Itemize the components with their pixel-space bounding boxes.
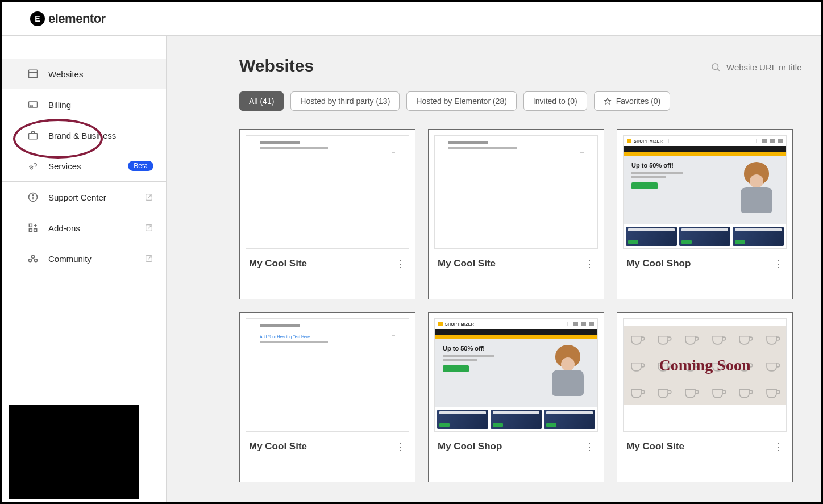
add-ons-icon [27, 222, 39, 234]
filter-chips: All (41) Hosted by third party (13) Host… [239, 91, 821, 111]
more-options-icon[interactable]: ⋮ [396, 259, 406, 269]
sidebar-item-label: Services [48, 161, 81, 171]
svg-rect-11 [29, 224, 32, 227]
sidebar-item-label: Community [48, 254, 92, 264]
website-cards-grid: — My Cool Site ⋮ — [239, 129, 821, 482]
external-link-icon [144, 193, 153, 202]
logo[interactable]: E elementor [30, 11, 106, 26]
logo-word: elementor [48, 11, 106, 26]
website-card[interactable]: Coming Soon My Cool Site ⋮ [617, 312, 793, 482]
coming-soon-text: Coming Soon [659, 357, 750, 374]
filter-invited-to[interactable]: Invited to (0) [523, 91, 587, 111]
svg-point-19 [35, 259, 38, 262]
svg-point-21 [712, 64, 718, 70]
window-icon [27, 68, 39, 80]
external-link-icon [144, 254, 153, 263]
website-thumbnail: Coming Soon [623, 318, 787, 432]
billing-icon [27, 98, 39, 111]
topbar: E elementor [2, 2, 821, 36]
search-input[interactable] [726, 63, 818, 72]
svg-marker-23 [604, 98, 610, 104]
more-options-icon[interactable]: ⋮ [584, 259, 595, 269]
svg-point-17 [32, 255, 35, 258]
website-card[interactable]: SHOPTIMIZER Up to 50% off! [617, 129, 793, 299]
sidebar-item-services[interactable]: Services Beta [2, 151, 166, 181]
sidebar-item-websites[interactable]: Websites [2, 59, 166, 89]
star-icon [604, 97, 612, 105]
sidebar-bottom-banner [9, 405, 139, 499]
svg-line-22 [717, 69, 719, 70]
sidebar-item-label: Websites [48, 69, 83, 79]
svg-point-9 [32, 195, 34, 196]
svg-point-3 [30, 106, 31, 107]
website-card[interactable]: — Add Your Heading Text Here My Cool Sit… [239, 312, 415, 482]
website-thumbnail: SHOPTIMIZER Up to 50% off! [434, 318, 598, 432]
sidebar-item-label: Brand & Business [48, 131, 116, 140]
filter-hosted-elementor[interactable]: Hosted by Elementor (28) [406, 91, 517, 111]
external-link-icon [144, 223, 153, 232]
sidebar: Websites Billing Brand & Business Servic… [2, 36, 167, 502]
website-thumbnail: SHOPTIMIZER Up to 50% off! [623, 135, 787, 249]
more-options-icon[interactable]: ⋮ [584, 441, 595, 452]
more-options-icon[interactable]: ⋮ [396, 441, 406, 452]
community-icon [27, 252, 39, 265]
website-title: My Cool Site [438, 258, 496, 269]
website-title: My Cool Site [249, 441, 307, 452]
svg-point-4 [32, 106, 33, 107]
filter-hosted-third-party[interactable]: Hosted by third party (13) [290, 91, 400, 111]
svg-rect-5 [29, 134, 38, 139]
website-title: My Cool Site [249, 258, 307, 269]
svg-rect-13 [34, 229, 37, 232]
more-options-icon[interactable]: ⋮ [773, 441, 783, 452]
search-icon [710, 62, 721, 72]
sidebar-item-community[interactable]: Community [2, 243, 166, 274]
logo-mark: E [30, 11, 45, 26]
website-thumbnail: — [434, 135, 598, 249]
website-title: My Cool Shop [626, 258, 691, 269]
sidebar-item-label: Support Center [48, 193, 106, 202]
search-container [705, 59, 821, 76]
briefcase-icon [27, 129, 39, 141]
website-card[interactable]: — My Cool Site ⋮ [239, 129, 415, 299]
sidebar-item-label: Add-ons [48, 223, 80, 233]
website-card[interactable]: SHOPTIMIZER Up to 50% off! [428, 312, 604, 482]
sidebar-item-support-center[interactable]: Support Center [2, 182, 166, 213]
filter-all[interactable]: All (41) [239, 91, 284, 111]
website-thumbnail: — [246, 135, 409, 249]
sidebar-item-billing[interactable]: Billing [2, 89, 166, 120]
website-title: My Cool Shop [438, 441, 502, 452]
svg-point-18 [29, 259, 32, 262]
info-icon [27, 191, 39, 203]
filter-favorites[interactable]: Favorites (0) [594, 91, 671, 111]
services-icon [27, 160, 39, 172]
beta-badge: Beta [128, 161, 153, 171]
sidebar-item-label: Billing [48, 100, 71, 110]
sidebar-item-add-ons[interactable]: Add-ons [2, 213, 166, 243]
website-thumbnail: — Add Your Heading Text Here [246, 318, 409, 432]
svg-rect-12 [29, 229, 32, 232]
main-content: Websites All (41) Hosted by third party … [167, 36, 821, 502]
website-card[interactable]: — My Cool Site ⋮ [428, 129, 604, 299]
more-options-icon[interactable]: ⋮ [773, 259, 783, 269]
svg-rect-0 [29, 70, 38, 77]
sidebar-item-brand-business[interactable]: Brand & Business [2, 120, 166, 151]
website-title: My Cool Site [626, 441, 684, 452]
svg-rect-2 [29, 102, 38, 107]
svg-point-6 [31, 168, 32, 169]
